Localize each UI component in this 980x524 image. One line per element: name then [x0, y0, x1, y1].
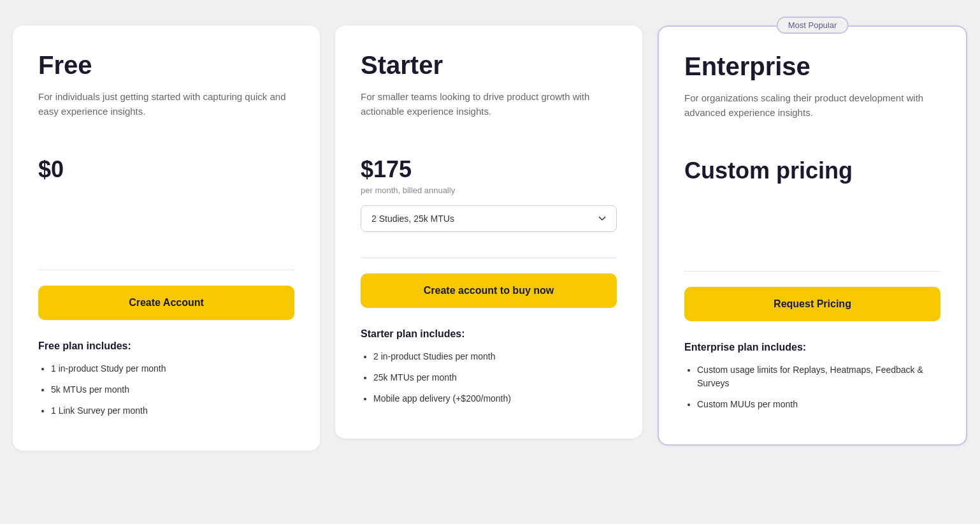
- plan-name-enterprise: Enterprise: [684, 52, 940, 81]
- feature-item: 1 in-product Study per month: [51, 362, 294, 375]
- divider-enterprise: [684, 271, 940, 272]
- plan-price-starter: $175: [361, 156, 617, 183]
- feature-item: Custom usage limits for Replays, Heatmap…: [697, 363, 940, 390]
- plan-card-free: FreeFor individuals just getting started…: [13, 25, 320, 451]
- plan-card-enterprise: Most PopularEnterpriseFor organizations …: [658, 25, 967, 446]
- feature-item: Custom MUUs per month: [697, 398, 940, 411]
- plan-description-starter: For smaller teams looking to drive produ…: [361, 90, 617, 136]
- price-note-starter: per month, billed annually: [361, 186, 617, 195]
- feature-item: Mobile app delivery (+$200/month): [373, 392, 617, 405]
- feature-item: 2 in-product Studies per month: [373, 350, 617, 363]
- includes-title-starter: Starter plan includes:: [361, 328, 617, 340]
- plan-selector-starter[interactable]: 2 Studies, 25k MTUs5 Studies, 50k MTUs10…: [361, 205, 617, 232]
- divider-starter: [361, 258, 617, 258]
- plan-card-starter: StarterFor smaller teams looking to driv…: [335, 25, 642, 439]
- cta-button-free[interactable]: Create Account: [38, 286, 294, 320]
- most-popular-badge: Most Popular: [777, 17, 849, 34]
- feature-item: 1 Link Survey per month: [51, 404, 294, 418]
- features-list-enterprise: Custom usage limits for Replays, Heatmap…: [684, 363, 940, 411]
- cta-button-enterprise[interactable]: Request Pricing: [684, 287, 940, 321]
- features-list-starter: 2 in-product Studies per month25k MTUs p…: [361, 350, 617, 405]
- features-list-free: 1 in-product Study per month5k MTUs per …: [38, 362, 294, 418]
- plan-description-free: For individuals just getting started wit…: [38, 90, 294, 136]
- plan-price-enterprise: Custom pricing: [684, 157, 940, 184]
- pricing-container: FreeFor individuals just getting started…: [13, 25, 967, 451]
- plan-name-free: Free: [38, 51, 294, 80]
- feature-item: 25k MTUs per month: [373, 371, 617, 384]
- divider-free: [38, 270, 294, 270]
- feature-item: 5k MTUs per month: [51, 383, 294, 397]
- includes-title-free: Free plan includes:: [38, 340, 294, 352]
- cta-button-starter[interactable]: Create account to buy now: [361, 273, 617, 308]
- plan-price-free: $0: [38, 156, 294, 183]
- includes-title-enterprise: Enterprise plan includes:: [684, 342, 940, 353]
- plan-name-starter: Starter: [361, 51, 617, 80]
- plan-description-enterprise: For organizations scaling their product …: [684, 91, 940, 137]
